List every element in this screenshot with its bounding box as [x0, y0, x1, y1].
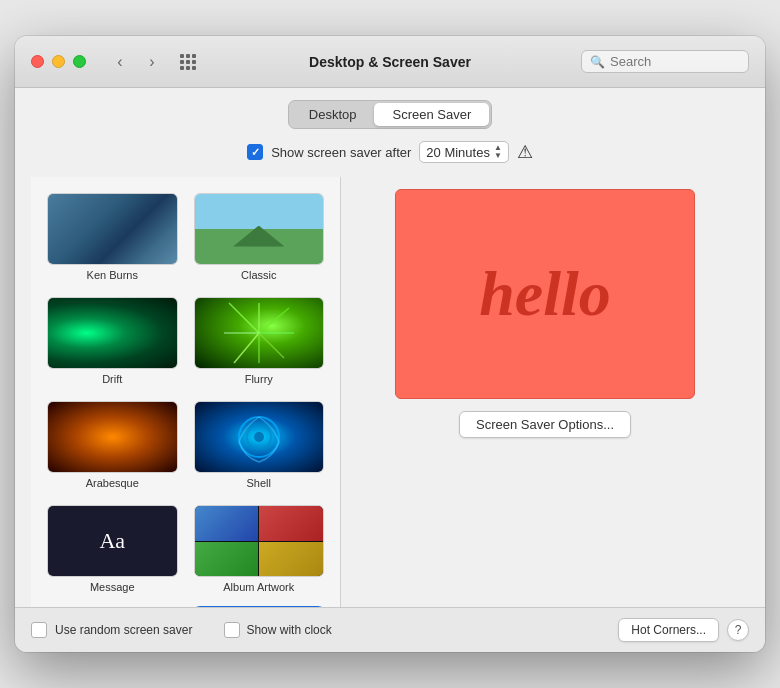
- controls-row: ✓ Show screen saver after 20 Minutes ▲ ▼…: [31, 141, 749, 163]
- saver-label-arabesque: Arabesque: [86, 477, 139, 489]
- svg-line-3: [259, 333, 284, 358]
- saver-thumb-classic: [194, 193, 325, 265]
- show-after-label: Show screen saver after: [271, 145, 411, 160]
- maximize-button[interactable]: [73, 55, 86, 68]
- saver-word-of-day[interactable]: graphy voclexicogbulary Word of the Day: [43, 605, 182, 607]
- close-button[interactable]: [31, 55, 44, 68]
- saver-thumb-shell: [194, 401, 325, 473]
- album-cell-2: [259, 506, 323, 541]
- saver-label-ken-burns: Ken Burns: [87, 269, 138, 281]
- hot-corners-button[interactable]: Hot Corners...: [618, 618, 719, 642]
- show-clock-label: Show with clock: [246, 623, 331, 637]
- main-area: Ken Burns Classic Drift: [31, 177, 749, 607]
- window: ‹ › Desktop & Screen Saver 🔍 Desktop Scr…: [15, 36, 765, 652]
- tab-group: Desktop Screen Saver: [288, 100, 492, 129]
- saver-shell[interactable]: Shell: [190, 397, 329, 493]
- stepper-down-icon[interactable]: ▼: [494, 152, 502, 160]
- album-cell-1: [195, 506, 259, 541]
- saver-message[interactable]: Aa Message: [43, 501, 182, 597]
- checkbox-check-icon: ✓: [251, 146, 260, 159]
- saver-classic[interactable]: Classic: [190, 189, 329, 285]
- show-after-checkbox[interactable]: ✓: [247, 144, 263, 160]
- tab-desktop[interactable]: Desktop: [291, 103, 375, 126]
- content: Desktop Screen Saver ✓ Show screen saver…: [15, 88, 765, 607]
- sidebar: Ken Burns Classic Drift: [31, 177, 341, 607]
- window-title: Desktop & Screen Saver: [309, 54, 471, 70]
- svg-line-0: [229, 303, 259, 333]
- search-box[interactable]: 🔍: [581, 50, 749, 73]
- saver-label-message: Message: [90, 581, 135, 593]
- random-saver-checkbox[interactable]: [31, 622, 47, 638]
- saver-arabesque[interactable]: Arabesque: [43, 397, 182, 493]
- saver-thumb-ken-burns: [47, 193, 178, 265]
- screen-saver-options-button[interactable]: Screen Saver Options...: [459, 411, 631, 438]
- saver-drift[interactable]: Drift: [43, 293, 182, 389]
- saver-label-flurry: Flurry: [245, 373, 273, 385]
- forward-button[interactable]: ›: [138, 48, 166, 76]
- svg-point-10: [254, 432, 264, 442]
- album-cell-4: [259, 542, 323, 577]
- nav-buttons: ‹ ›: [106, 48, 166, 76]
- saver-label-classic: Classic: [241, 269, 276, 281]
- show-clock-checkbox[interactable]: [224, 622, 240, 638]
- titlebar: ‹ › Desktop & Screen Saver 🔍: [15, 36, 765, 88]
- search-icon: 🔍: [590, 55, 605, 69]
- saver-thumb-arabesque: [47, 401, 178, 473]
- saver-hello[interactable]: hello Hello: [190, 605, 329, 607]
- show-clock-area: Show with clock: [224, 622, 331, 638]
- tab-screensaver[interactable]: Screen Saver: [374, 103, 489, 126]
- saver-label-drift: Drift: [102, 373, 122, 385]
- album-cell-3: [195, 542, 259, 577]
- saver-thumb-drift: [47, 297, 178, 369]
- savers-grid: Ken Burns Classic Drift: [39, 185, 332, 607]
- preview-hello-text: hello: [479, 257, 611, 331]
- random-saver-label: Use random screen saver: [55, 623, 192, 637]
- message-preview-text: Aa: [99, 528, 125, 554]
- saver-ken-burns[interactable]: Ken Burns: [43, 189, 182, 285]
- warning-icon: ⚠: [517, 141, 533, 163]
- saver-flurry[interactable]: Flurry: [190, 293, 329, 389]
- back-button[interactable]: ‹: [106, 48, 134, 76]
- bottom-bar: Use random screen saver Show with clock …: [15, 607, 765, 652]
- saver-thumb-message: Aa: [47, 505, 178, 577]
- search-input[interactable]: [610, 54, 740, 69]
- saver-thumb-flurry: [194, 297, 325, 369]
- saver-thumb-album-artwork: [194, 505, 325, 577]
- preview-area: hello Screen Saver Options...: [341, 177, 749, 607]
- saver-label-album-artwork: Album Artwork: [223, 581, 294, 593]
- tabs-row: Desktop Screen Saver: [31, 100, 749, 129]
- svg-line-1: [259, 308, 289, 333]
- saver-label-shell: Shell: [247, 477, 271, 489]
- time-select[interactable]: 20 Minutes ▲ ▼: [419, 141, 509, 163]
- preview-screen: hello: [395, 189, 695, 399]
- minimize-button[interactable]: [52, 55, 65, 68]
- saver-album-artwork[interactable]: Album Artwork: [190, 501, 329, 597]
- grid-icon: [180, 54, 196, 70]
- svg-line-2: [234, 333, 259, 363]
- app-grid-button[interactable]: [174, 48, 202, 76]
- stepper-arrows: ▲ ▼: [494, 144, 502, 160]
- time-value: 20 Minutes: [426, 145, 490, 160]
- traffic-lights: [31, 55, 86, 68]
- help-button[interactable]: ?: [727, 619, 749, 641]
